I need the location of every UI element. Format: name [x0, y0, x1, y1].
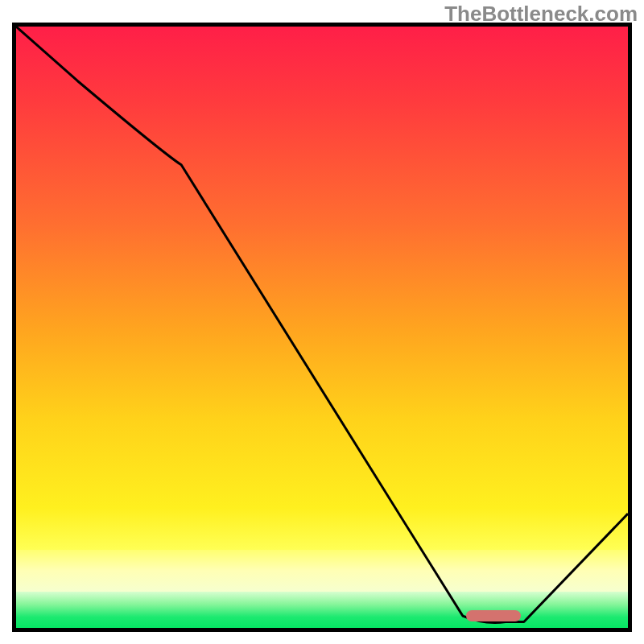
- bottleneck-curve-path: [16, 27, 628, 622]
- optimal-range-marker: [466, 610, 521, 621]
- bottleneck-curve: [16, 27, 628, 628]
- chart-frame: [12, 23, 632, 632]
